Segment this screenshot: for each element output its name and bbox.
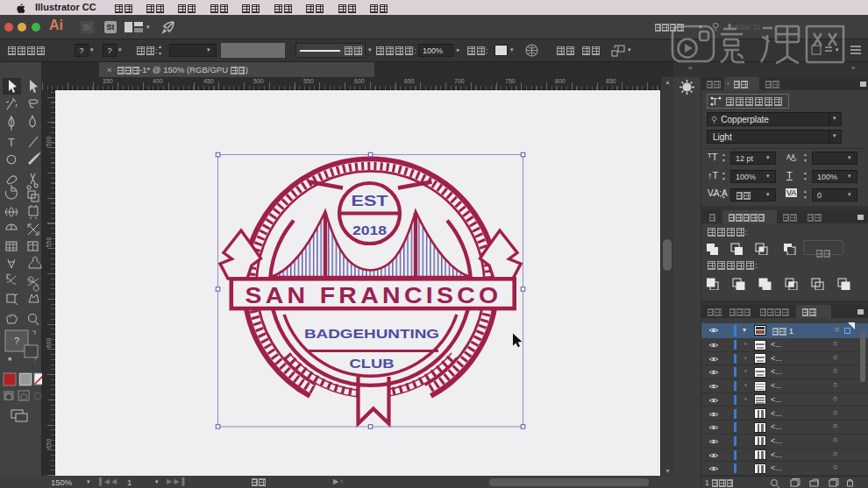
svg-text:SAN FRANCISCO: SAN FRANCISCO	[245, 282, 502, 308]
svg-text:T: T	[8, 137, 15, 149]
svg-text:2018: 2018	[352, 223, 387, 237]
svg-text:EST: EST	[352, 194, 388, 209]
svg-text:?: ?	[14, 336, 19, 346]
svg-text:?: ?	[33, 356, 37, 362]
svg-text:BADGEHUNTING: BADGEHUNTING	[304, 326, 439, 341]
svg-text:CLUB: CLUB	[350, 356, 395, 371]
svg-text:■: ■	[8, 356, 11, 362]
